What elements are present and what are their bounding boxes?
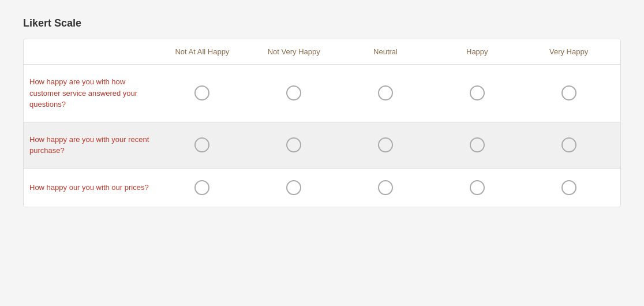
radio-row1-not-at-all-happy[interactable] (194, 85, 209, 100)
radio-cell-row3-col2 (248, 180, 340, 195)
radio-row3-not-at-all-happy[interactable] (194, 180, 209, 195)
radio-row2-not-at-all-happy[interactable] (194, 137, 209, 152)
page-title: Likert Scale (23, 17, 621, 29)
table-row: How happy are you with your recent purch… (24, 122, 620, 169)
radio-cell-row1-col3 (340, 85, 432, 100)
radio-cell-row1-col5 (523, 85, 615, 100)
radio-cell-row1-col1 (156, 85, 248, 100)
col-header-not-at-all-happy: Not At All Happy (156, 47, 248, 56)
col-header-very-happy: Very Happy (523, 47, 615, 56)
table-row: How happy are you with how customer serv… (24, 65, 620, 122)
radio-cell-row2-col5 (523, 137, 615, 152)
radio-row3-not-very-happy[interactable] (286, 180, 301, 195)
radio-row2-happy[interactable] (470, 137, 485, 152)
table-row: How happy our you with our prices? (24, 169, 620, 207)
radio-row2-neutral[interactable] (378, 137, 393, 152)
radio-cell-row3-col3 (340, 180, 432, 195)
radio-cell-row3-col1 (156, 180, 248, 195)
question-column-header (29, 47, 156, 56)
radio-row1-neutral[interactable] (378, 85, 393, 100)
radio-row1-happy[interactable] (470, 85, 485, 100)
radio-cell-row2-col1 (156, 137, 248, 152)
radio-row3-happy[interactable] (470, 180, 485, 195)
question-3: How happy our you with our prices? (29, 182, 156, 193)
radio-row3-neutral[interactable] (378, 180, 393, 195)
radio-cell-row2-col2 (248, 137, 340, 152)
table-header: Not At All Happy Not Very Happy Neutral … (24, 39, 620, 65)
question-2: How happy are you with your recent purch… (29, 134, 156, 156)
radio-cell-row1-col2 (248, 85, 340, 100)
col-header-happy: Happy (431, 47, 523, 56)
radio-row2-very-happy[interactable] (561, 137, 576, 152)
radio-cell-row3-col5 (523, 180, 615, 195)
radio-row1-very-happy[interactable] (561, 85, 576, 100)
col-header-not-very-happy: Not Very Happy (248, 47, 340, 56)
likert-scale-table: Not At All Happy Not Very Happy Neutral … (23, 39, 621, 207)
radio-cell-row2-col3 (340, 137, 432, 152)
radio-row1-not-very-happy[interactable] (286, 85, 301, 100)
radio-cell-row3-col4 (431, 180, 523, 195)
question-1: How happy are you with how customer serv… (29, 76, 156, 110)
radio-cell-row2-col4 (431, 137, 523, 152)
radio-row2-not-very-happy[interactable] (286, 137, 301, 152)
radio-row3-very-happy[interactable] (561, 180, 576, 195)
radio-cell-row1-col4 (431, 85, 523, 100)
col-header-neutral: Neutral (340, 47, 432, 56)
